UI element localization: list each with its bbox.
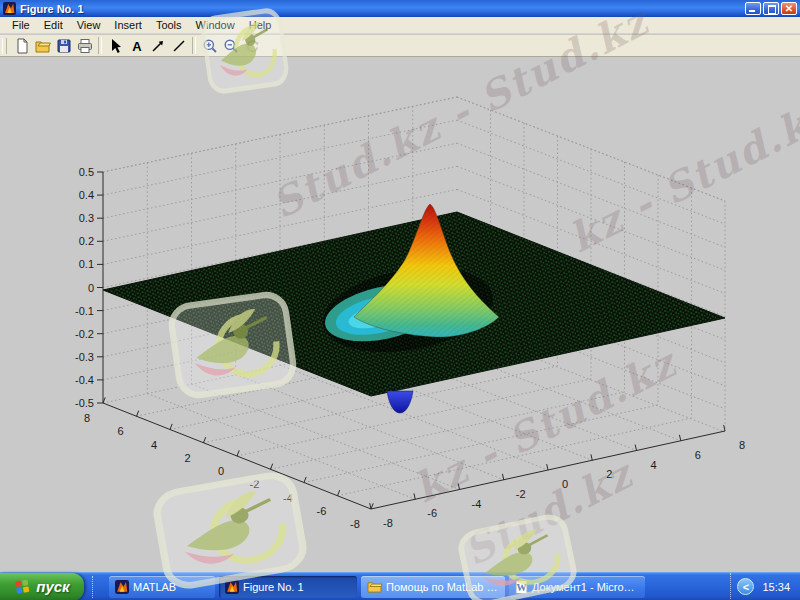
z-tick-label: 0.2 <box>79 235 94 247</box>
folder-icon <box>367 580 382 593</box>
taskbar-button-label: MATLAB <box>133 581 176 593</box>
menu-help[interactable]: Help <box>242 18 279 32</box>
zoom-out-button[interactable] <box>220 36 241 56</box>
zoom-out-icon <box>223 38 239 54</box>
surface-plot: 0.50.40.30.20.10-0.1-0.2-0.3-0.4-0.58642… <box>0 57 800 572</box>
y-tick-label: 8 <box>84 412 90 424</box>
hide-icons-chevron[interactable]: < <box>737 578 754 595</box>
x-tick-label: -2 <box>516 488 526 500</box>
insert-line-button[interactable] <box>168 36 189 56</box>
open-folder-icon <box>35 38 51 54</box>
z-tick-label: 0 <box>88 282 94 294</box>
insert-arrow-button[interactable] <box>147 36 168 56</box>
word-icon: W <box>515 580 528 594</box>
y-tick-label: -2 <box>250 478 260 490</box>
taskbar-button-label: Документ1 - Microso... <box>532 581 639 593</box>
y-tick-label: 6 <box>117 425 123 437</box>
x-tick-label: -4 <box>472 498 482 510</box>
z-tick-label: -0.4 <box>75 374 94 386</box>
taskbar-button-3[interactable]: Помощь по MatLab 6.5 <box>361 576 505 598</box>
y-tick-label: -4 <box>283 492 293 504</box>
matlab-icon <box>115 580 129 594</box>
text-A-icon: A <box>129 38 145 54</box>
y-tick-label: 0 <box>218 465 224 477</box>
taskbar-button-2[interactable]: Figure No. 1 <box>219 576 357 598</box>
print-figure-button[interactable] <box>74 36 95 56</box>
restore-button[interactable] <box>763 2 779 15</box>
taskbar-button-label: Figure No. 1 <box>243 581 304 593</box>
zoom-in-button[interactable] <box>199 36 220 56</box>
start-label: пуск <box>36 578 69 595</box>
window-title: Figure No. 1 <box>20 3 745 15</box>
menu-window[interactable]: Window <box>189 18 242 32</box>
menu-file[interactable]: File <box>5 18 37 32</box>
svg-text:W: W <box>517 581 527 592</box>
printer-icon <box>77 38 93 54</box>
save-floppy-icon <box>56 38 72 54</box>
menu-view[interactable]: View <box>70 18 108 32</box>
z-tick-label: 0.1 <box>79 258 94 270</box>
z-tick-label: -0.3 <box>75 351 94 363</box>
menu-insert[interactable]: Insert <box>107 18 149 32</box>
x-tick-label: 2 <box>606 468 612 480</box>
quicklaunch-grip[interactable] <box>92 576 103 598</box>
minimize-button[interactable] <box>745 2 761 15</box>
matlab-icon <box>225 580 239 594</box>
menu-bar: FileEditViewInsertToolsWindowHelp <box>0 17 800 34</box>
z-tick-label: 0.3 <box>79 212 94 224</box>
matlab-app-icon <box>3 2 16 15</box>
edit-plot-button[interactable] <box>105 36 126 56</box>
new-figure-button[interactable] <box>11 36 32 56</box>
x-tick-label: 4 <box>650 459 656 471</box>
arrow-ne-icon <box>150 38 166 54</box>
insert-text-button[interactable]: A <box>126 36 147 56</box>
tray-clock: 15:34 <box>762 581 790 593</box>
title-bar: Figure No. 1 ✕ <box>0 0 800 17</box>
taskbar-button-4[interactable]: WДокумент1 - Microso... <box>509 576 645 598</box>
y-tick-label: 4 <box>151 439 157 451</box>
windows-flag-icon <box>14 578 31 595</box>
zoom-in-icon <box>202 38 218 54</box>
y-tick-label: 2 <box>184 452 190 464</box>
x-tick-label: 8 <box>739 439 745 451</box>
close-button[interactable]: ✕ <box>781 2 797 15</box>
x-tick-label: -6 <box>427 507 437 519</box>
x-tick-label: -8 <box>383 517 393 529</box>
open-file-button[interactable] <box>32 36 53 56</box>
y-tick-label: -8 <box>350 518 360 530</box>
new-document-icon <box>14 38 30 54</box>
svg-text:A: A <box>132 39 142 54</box>
taskbar-button-label: Помощь по MatLab 6.5 <box>386 581 499 593</box>
y-tick-label: -6 <box>317 505 327 517</box>
start-button[interactable]: пуск <box>0 573 84 600</box>
system-tray: < 15:34 <box>730 573 800 600</box>
z-tick-label: -0.5 <box>75 397 94 409</box>
figure-canvas[interactable]: 0.50.40.30.20.10-0.1-0.2-0.3-0.4-0.58642… <box>0 57 800 572</box>
save-figure-button[interactable] <box>53 36 74 56</box>
z-tick-label: -0.2 <box>75 328 94 340</box>
menu-edit[interactable]: Edit <box>37 18 70 32</box>
matlab-figure-window: Figure No. 1 ✕ FileEditViewInsertToolsWi… <box>0 0 800 600</box>
z-tick-label: 0.5 <box>79 166 94 178</box>
taskbar: пуск MATLABFigure No. 1Помощь по MatLab … <box>0 572 800 600</box>
figure-toolbar: A <box>0 35 800 57</box>
toolbar-separator <box>192 37 196 54</box>
z-tick-label: -0.1 <box>75 305 94 317</box>
blue-dip <box>387 391 413 413</box>
z-tick-label: 0.4 <box>79 189 94 201</box>
line-icon <box>171 38 187 54</box>
toolbar-separator <box>98 37 102 54</box>
rotate-3d-icon <box>244 38 260 54</box>
x-tick-label: 6 <box>695 449 701 461</box>
menu-tools[interactable]: Tools <box>149 18 189 32</box>
rotate-3d-button[interactable] <box>241 36 262 56</box>
x-tick-label: 0 <box>562 478 568 490</box>
taskbar-button-1[interactable]: MATLAB <box>109 576 215 598</box>
pointer-arrow-icon <box>108 38 124 54</box>
toolbar-grip <box>2 38 7 54</box>
